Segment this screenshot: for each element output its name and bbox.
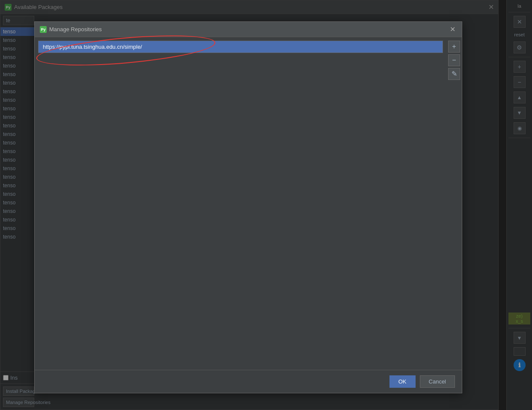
remove-repo-button[interactable]: − — [448, 54, 460, 66]
cancel-button[interactable]: Cancel — [420, 375, 455, 388]
repo-action-buttons: + − ✎ — [446, 37, 462, 370]
edit-repo-button[interactable]: ✎ — [448, 68, 460, 80]
dialog-title-text: Manage Repositories — [49, 26, 102, 32]
dialog-close-button[interactable]: ✕ — [448, 25, 457, 34]
dialog-title-left: Py Manage Repositories — [40, 26, 102, 33]
dialog-body: https://pypi.tuna.tsinghua.edu.cn/simple… — [35, 37, 462, 370]
dialog-footer: OK Cancel — [35, 370, 462, 393]
repo-list-area: https://pypi.tuna.tsinghua.edu.cn/simple… — [35, 37, 446, 370]
add-repo-button[interactable]: + — [448, 41, 460, 53]
dialog-titlebar: Py Manage Repositories ✕ — [35, 22, 462, 37]
dialog-pycharm-icon: Py — [40, 26, 47, 33]
repo-entry[interactable]: https://pypi.tuna.tsinghua.edu.cn/simple… — [38, 41, 443, 53]
ok-button[interactable]: OK — [389, 375, 416, 388]
manage-repositories-dialog: Py Manage Repositories ✕ https://pypi.tu… — [34, 21, 462, 393]
